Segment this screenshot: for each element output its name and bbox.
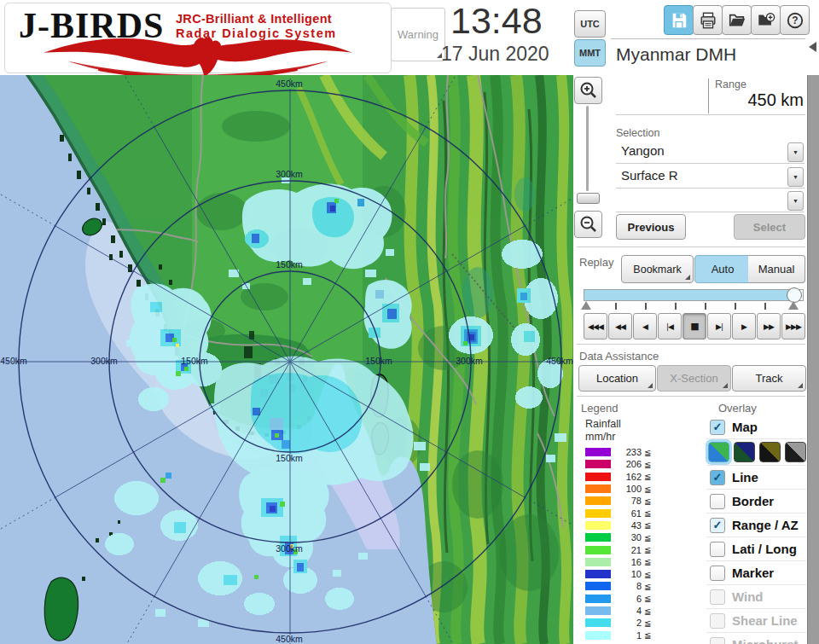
legend-value: 100 [611,484,642,494]
utc-label: UTC [580,19,600,29]
right-scrollbar[interactable] [807,75,819,644]
map-style-terrain-grey[interactable] [785,442,806,462]
legend-swatch [585,546,611,554]
checkbox-lati-long[interactable] [710,542,725,557]
timeline-tick [615,303,617,310]
chevron-down-icon[interactable]: ▼ [787,142,804,162]
eagle-logo-icon [14,36,382,75]
save-icon [670,11,688,30]
zoom-slider-thumb[interactable] [577,193,600,204]
timeline-tick [735,303,736,310]
timezone-mmt-button[interactable]: MMT [574,39,606,67]
stop-button[interactable]: ■ [682,313,706,339]
legend-suffix: ≦ [644,582,651,591]
legend-value: 4 [611,606,642,616]
bookmark-button[interactable]: Bookmark [621,255,694,283]
overlay-label: Shear Line [732,613,798,628]
checkbox-wind [710,589,725,605]
legend-row: 43≦ [585,519,662,531]
legend-suffix: ≦ [644,472,651,481]
track-button[interactable]: Track [732,365,806,392]
legend-swatch [585,496,611,505]
checkbox-shear-line [710,613,725,629]
legend-suffix: ≦ [644,545,651,554]
overlay-label: Range / AZ [732,518,799,532]
chevron-down-icon[interactable]: ▼ [787,167,804,187]
previous-label: Previous [628,221,675,234]
map-style-terrain-color[interactable] [708,442,729,462]
timeline-end-marker[interactable] [788,301,799,310]
legend-suffix: ≦ [644,570,651,579]
panel-collapse-arrow[interactable] [809,42,816,52]
legend-swatch [585,606,611,615]
checkbox-border[interactable] [710,494,725,509]
zoom-out-button[interactable] [574,211,602,238]
option-dropdown[interactable]: ▼ [616,189,804,212]
timeline-slider-track[interactable] [584,289,804,301]
checkbox-line[interactable]: ✓ [710,470,725,485]
legend-swatch [585,582,611,590]
track-label: Track [755,372,782,385]
print-icon [699,11,717,30]
map-style-terrain-dark[interactable] [734,442,755,462]
manual-button[interactable]: Manual [748,255,805,283]
forward-fast-button[interactable]: ▶▶▶ [781,313,805,339]
legend-suffix: ≦ [644,557,651,566]
replay-label: Replay [579,256,613,269]
legend-swatch [585,509,611,518]
checkbox-marker[interactable] [710,566,725,581]
legend-row: 1≦ [585,629,662,641]
save-button[interactable] [664,5,694,35]
legend-suffix: ≦ [644,618,651,628]
legend-entries: 233≦206≦162≦100≦78≦61≦43≦30≦21≦16≦10≦8≦6… [585,446,662,641]
legend-swatch [585,484,611,493]
auto-button[interactable]: Auto [694,255,751,283]
data-assistance-label: Data Assistance [579,350,659,363]
print-button[interactable] [693,5,723,35]
legend-swatch [585,533,611,542]
legend-suffix: ≦ [644,630,651,640]
step-back-button[interactable]: |◀ [658,313,682,339]
checkbox-range-az[interactable]: ✓ [710,518,725,533]
play-reverse-button[interactable]: ◀ [633,313,657,339]
warning-button[interactable]: Warning [391,8,445,61]
legend-value: 61 [611,508,642,519]
range-label: Range [715,78,746,90]
site-dropdown-value: Yangon [621,143,665,158]
overlay-item-map: ✓Map [706,415,806,439]
rewind-fast-button[interactable]: ◀◀◀ [584,313,607,339]
overlay-item-marker: Marker [706,561,806,585]
import-data-icon [757,11,775,30]
legend-swatch [585,570,611,578]
timezone-utc-button[interactable]: UTC [574,10,606,38]
radar-map-canvas [0,75,573,644]
legend-value: 233 [611,447,642,457]
import-data-button[interactable] [751,5,781,35]
separator [577,396,805,397]
forward-button[interactable]: ▶▶ [757,313,781,339]
chevron-down-icon[interactable]: ▼ [787,191,804,211]
radar-map[interactable]: 150km150km150km150km300km300km300km300km… [0,75,573,644]
legend-value: 8 [611,581,642,591]
checkbox-map[interactable]: ✓ [710,420,725,435]
zoom-out-icon [578,214,599,235]
open-folder-button[interactable] [722,5,752,35]
map-style-terrain-olive[interactable] [759,442,781,462]
step-forward-button[interactable]: ▶| [707,313,731,339]
timeline-start-marker[interactable] [581,301,591,310]
legend-value: 16 [611,557,642,567]
site-dropdown[interactable]: Yangon ▼ [616,140,804,164]
overlay-label: Lati / Long [732,542,797,556]
overlay-title: Overlay [718,402,757,415]
rewind-button[interactable]: ◀◀ [608,313,632,339]
zoom-slider-track[interactable] [586,106,589,191]
location-button[interactable]: Location [578,365,656,392]
overlay-label: Line [732,470,758,484]
select-button: Select [734,214,805,240]
legend-value: 6 [611,594,642,604]
help-button[interactable]: ? [780,5,810,35]
product-dropdown[interactable]: Surface R ▼ [616,165,804,189]
play-button[interactable]: ▶ [732,313,756,339]
previous-button[interactable]: Previous [616,214,686,240]
zoom-in-button[interactable] [574,77,602,104]
